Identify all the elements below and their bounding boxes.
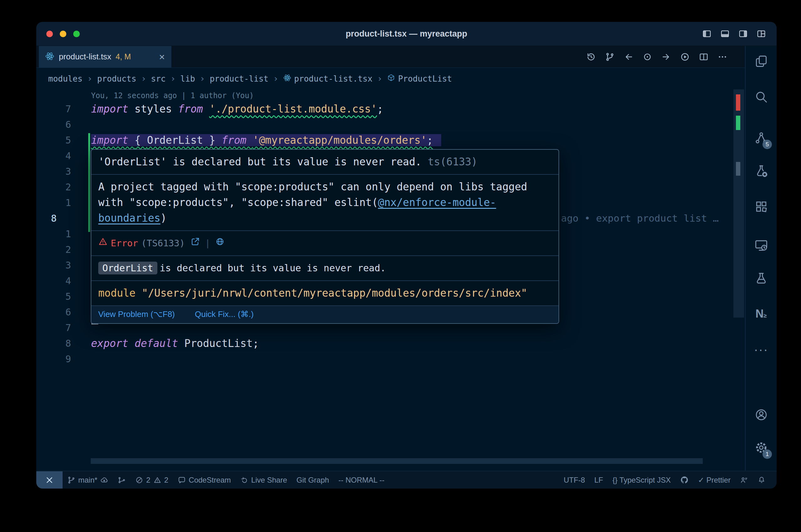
navigate-forward-icon[interactable] [661, 52, 671, 62]
breadcrumb-item[interactable]: product-list [210, 74, 269, 83]
testing-beaker-icon[interactable] [752, 269, 770, 287]
react-icon [45, 52, 54, 62]
hover-eslint-message: A project tagged with "scope:products" c… [91, 174, 559, 230]
line-number: 7 [36, 322, 71, 333]
breadcrumb-item[interactable]: lib [180, 74, 195, 83]
quick-fix-link[interactable]: Quick Fix... (⌘.) [195, 309, 254, 319]
feedback-indicator[interactable] [735, 471, 753, 489]
tab-close-icon[interactable]: × [159, 52, 165, 62]
encoding-indicator[interactable]: UTF-8 [559, 471, 590, 489]
branch-indicator[interactable]: main* [62, 471, 113, 489]
chevron-right-icon: › [200, 73, 205, 84]
split-editor-icon[interactable] [699, 52, 709, 62]
nx-console-icon[interactable]: N≥ [752, 305, 770, 323]
code-line[interactable]: 8export default ProductList; [36, 336, 745, 351]
codelens-blame[interactable]: You, 12 seconds ago | 1 author (You) [91, 91, 254, 100]
notifications-indicator[interactable] [753, 471, 770, 489]
toggle-secondary-sidebar-icon[interactable] [739, 29, 748, 38]
diagnostic-hover-popup: 'OrderList' is declared but its value is… [91, 149, 559, 324]
code-line[interactable]: 7import styles from './product-list.modu… [36, 101, 745, 117]
customize-layout-icon[interactable] [757, 29, 766, 38]
tab-decoration-badge: 4, M [116, 52, 131, 61]
line-number: 1 [36, 228, 71, 240]
breadcrumb-item[interactable]: products [97, 74, 136, 83]
search-icon[interactable] [752, 88, 770, 106]
run-icon[interactable] [680, 52, 690, 62]
compare-changes-icon[interactable] [605, 52, 615, 62]
severity-label: Error [111, 235, 138, 251]
horizontal-scrollbar[interactable] [91, 458, 703, 464]
close-button[interactable] [46, 31, 53, 37]
tab-label: product-list.tsx [59, 52, 111, 61]
line-number: 7 [36, 103, 71, 114]
source-graph-badge: 5 [763, 140, 772, 149]
editor-actions [586, 46, 745, 68]
inline-blame: ago • export product list … [561, 210, 719, 226]
code-line[interactable]: 9 [36, 351, 745, 367]
breadcrumb-item[interactable]: src [151, 74, 166, 83]
codestream-indicator[interactable]: CodeStream [173, 471, 236, 489]
prettier-indicator[interactable]: ✓ Prettier [693, 471, 735, 489]
chevron-right-icon: › [141, 73, 146, 84]
line-number: 5 [36, 135, 71, 146]
git-branch-icon [67, 476, 75, 484]
language-indicator[interactable]: {} TypeScript JSX [608, 471, 675, 489]
problems-indicator[interactable]: 2 2 [130, 471, 173, 489]
line-number: 8 [36, 338, 71, 349]
window-title: product-list.tsx — myreactapp [36, 29, 777, 39]
remote-indicator[interactable] [36, 471, 62, 489]
code-line[interactable]: 6 [36, 117, 745, 132]
remote-explorer-icon[interactable] [752, 236, 770, 254]
traffic-lights [36, 31, 80, 37]
line-number: 2 [36, 182, 71, 193]
vscode-window: product-list.tsx — myreactapp product-li… [36, 22, 777, 489]
line-number: 5 [36, 291, 71, 302]
breadcrumb-item[interactable]: modules [48, 74, 83, 83]
errors-count: 2 [146, 476, 150, 484]
view-problem-link[interactable]: View Problem (⌥F8) [98, 309, 175, 319]
overview-added-mark [736, 116, 740, 130]
cloud-upload-icon [100, 476, 108, 484]
react-icon [283, 74, 291, 84]
breadcrumb-item-file[interactable]: product-list.tsx [283, 74, 372, 84]
identifier-chip: OrderList [98, 262, 158, 274]
mini-graph-icon [117, 476, 126, 484]
breadcrumb-item-symbol[interactable]: ProductList [387, 74, 452, 84]
zoom-button[interactable] [73, 31, 80, 37]
github-indicator[interactable] [675, 471, 693, 489]
local-history-icon[interactable] [586, 52, 596, 62]
vim-mode-indicator[interactable]: -- NORMAL -- [334, 471, 389, 489]
live-share-icon [240, 476, 249, 484]
line-number: 9 [36, 354, 71, 364]
line-number: 4 [36, 276, 71, 286]
live-share-indicator[interactable]: Live Share [236, 471, 292, 489]
line-number: 3 [36, 260, 71, 271]
toggle-panel-icon[interactable] [720, 29, 730, 38]
git-graph-indicator[interactable] [113, 471, 130, 489]
line-number: 1 [36, 197, 71, 208]
eol-indicator[interactable]: LF [590, 471, 608, 489]
debug-test-flask-icon[interactable] [752, 162, 770, 180]
code-line[interactable]: 5import { OrderList } from '@myreactapp/… [36, 132, 745, 148]
chevron-right-icon: › [273, 73, 278, 84]
explorer-copy-icon[interactable] [752, 53, 770, 70]
globe-icon[interactable] [215, 235, 225, 251]
minimize-button[interactable] [60, 31, 66, 37]
overview-info-mark [736, 162, 740, 176]
extensions-icon[interactable] [752, 198, 770, 215]
tab-product-list[interactable]: product-list.tsx 4, M × [39, 46, 171, 68]
github-icon [680, 476, 689, 484]
editor-pane[interactable]: You, 12 seconds ago | 1 author (You) 7im… [36, 89, 745, 471]
more-actions-icon[interactable] [717, 52, 727, 62]
toggle-primary-sidebar-icon[interactable] [702, 29, 711, 38]
hover-footer: View Problem (⌥F8) Quick Fix... (⌘.) [91, 305, 559, 323]
bell-icon [758, 476, 766, 484]
settings-badge: 1 [763, 450, 772, 459]
more-views-icon[interactable]: ··· [752, 341, 770, 358]
account-icon[interactable] [752, 406, 770, 423]
warnings-count: 2 [164, 476, 168, 484]
git-graph-label[interactable]: Git Graph [292, 471, 334, 489]
open-external-icon[interactable] [190, 235, 200, 251]
target-icon[interactable] [642, 52, 652, 62]
navigate-back-icon[interactable] [624, 52, 634, 62]
